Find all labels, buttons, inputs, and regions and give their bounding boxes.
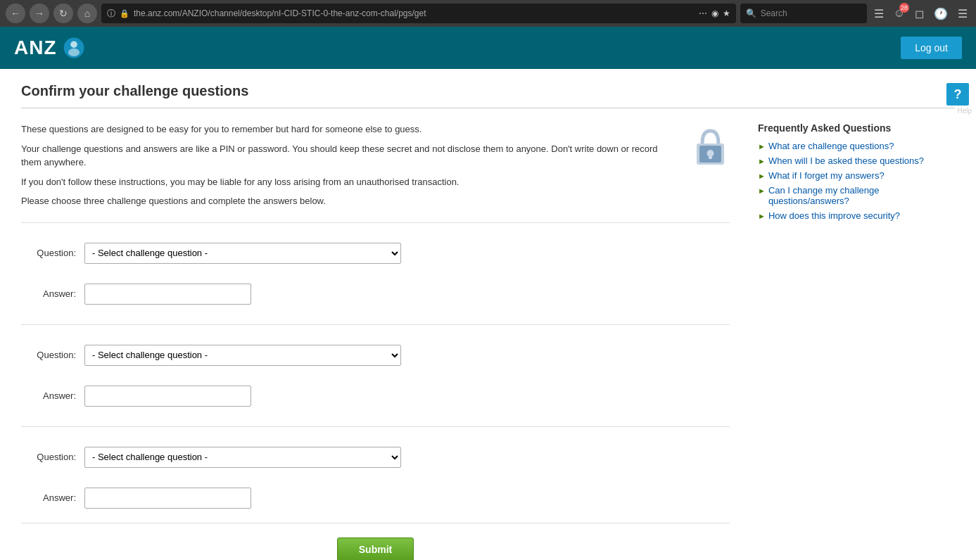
answer-label-1: Answer: xyxy=(21,288,84,299)
more-options-icon[interactable]: ⋯ xyxy=(699,8,707,18)
page-title: Confirm your challenge questions xyxy=(21,83,955,108)
svg-rect-6 xyxy=(709,153,712,159)
submit-button[interactable]: Submit xyxy=(337,537,414,561)
anz-header: ANZ Log out xyxy=(0,27,976,69)
intro-text-3: If you don't follow these instructions, … xyxy=(21,175,730,189)
content-area: These questions are designed to be easy … xyxy=(21,122,955,560)
intro-text-2: Your challenge questions and answers are… xyxy=(21,142,730,170)
submit-area: Submit xyxy=(21,523,730,561)
question-label-1: Question: xyxy=(21,248,84,258)
answer-input-1[interactable] xyxy=(84,284,251,305)
faq-link-2[interactable]: When will I be asked these questions? xyxy=(768,155,924,166)
faq-item-3: ► What if I forget my answers? xyxy=(758,170,955,181)
faq-arrow-icon-3: ► xyxy=(758,172,766,180)
faq-link-1[interactable]: What are challenge questions? xyxy=(768,141,894,151)
address-bar[interactable]: ⓘ 🔒 the.anz.com/ANZIO/channel/desktop/nI… xyxy=(101,4,736,23)
anz-logo-icon xyxy=(63,37,85,59)
faq-item-5: ► How does this improve security? xyxy=(758,210,955,221)
faq-item-4: ► Can I change my challenge questions/an… xyxy=(758,185,955,206)
browser-right-tools: 🔍 Search ☰ ☺ 28 ◻ 🕐 ☰ xyxy=(740,4,970,23)
question-group-1: Question: - Select challenge question - … xyxy=(21,237,730,310)
secure-icon: 🔒 xyxy=(120,9,129,18)
answer-input-2[interactable] xyxy=(84,386,251,407)
notification-badge: 28 xyxy=(899,3,909,13)
library-icon[interactable]: ☰ xyxy=(871,4,887,23)
reload-button[interactable]: ↻ xyxy=(53,4,73,23)
forward-button[interactable]: → xyxy=(30,4,49,23)
main-content: Confirm your challenge questions These q… xyxy=(0,69,976,560)
answer-label-3: Answer: xyxy=(21,492,84,503)
divider-3 xyxy=(21,426,730,427)
faq-arrow-icon-4: ► xyxy=(758,186,766,195)
faq-item-2: ► When will I be asked these questions? xyxy=(758,155,955,166)
faq-arrow-icon-5: ► xyxy=(758,212,766,220)
divider-1 xyxy=(21,222,730,223)
back-button[interactable]: ← xyxy=(6,4,25,23)
anz-logo: ANZ xyxy=(14,37,85,59)
bookmark-icon[interactable]: ★ xyxy=(723,8,730,18)
menu-icon[interactable]: ☰ xyxy=(955,4,970,23)
question-label-3: Question: xyxy=(21,452,84,462)
faq-item-1: ► What are challenge questions? xyxy=(758,141,955,151)
logout-button[interactable]: Log out xyxy=(901,37,962,59)
search-box[interactable]: 🔍 Search xyxy=(740,4,867,23)
left-panel: These questions are designed to be easy … xyxy=(21,122,730,560)
help-label: Help xyxy=(957,107,972,115)
security-icon-container xyxy=(691,122,730,174)
info-icon: ⓘ xyxy=(107,8,115,20)
intro-text-1: These questions are designed to be easy … xyxy=(21,122,730,136)
answer-row-2: Answer: xyxy=(21,380,730,412)
faq-link-5[interactable]: How does this improve security? xyxy=(768,210,900,221)
home-button[interactable]: ⌂ xyxy=(77,4,97,23)
question-row-1: Question: - Select challenge question - xyxy=(21,237,730,269)
answer-input-3[interactable] xyxy=(84,488,251,509)
search-placeholder: Search xyxy=(761,8,787,18)
faq-link-4[interactable]: Can I change my challenge questions/answ… xyxy=(768,185,955,206)
question-label-2: Question: xyxy=(21,350,84,360)
search-icon: 🔍 xyxy=(746,8,756,18)
help-button[interactable]: ? xyxy=(946,83,969,106)
question-select-1[interactable]: - Select challenge question - xyxy=(84,243,401,264)
faq-link-3[interactable]: What if I forget my answers? xyxy=(768,170,885,181)
faq-arrow-icon-2: ► xyxy=(758,157,766,165)
faq-arrow-icon-1: ► xyxy=(758,142,766,151)
question-select-3[interactable]: - Select challenge question - xyxy=(84,447,401,468)
browser-chrome: ← → ↻ ⌂ ⓘ 🔒 the.anz.com/ANZIO/channel/de… xyxy=(0,0,976,27)
question-group-2: Question: - Select challenge question - … xyxy=(21,339,730,412)
clock-icon[interactable]: 🕐 xyxy=(931,4,951,23)
svg-point-1 xyxy=(70,41,77,48)
question-group-3: Question: - Select challenge question - … xyxy=(21,441,730,514)
right-panel: Frequently Asked Questions ► What are ch… xyxy=(758,122,955,560)
pocket-icon[interactable]: ◉ xyxy=(711,8,718,18)
sync-icon[interactable]: ◻ xyxy=(912,4,927,23)
anz-logo-text: ANZ xyxy=(14,37,57,59)
notifications-icon[interactable]: ☺ 28 xyxy=(891,4,908,23)
answer-row-3: Answer: xyxy=(21,482,730,514)
question-row-2: Question: - Select challenge question - xyxy=(21,339,730,371)
question-select-2[interactable]: - Select challenge question - xyxy=(84,345,401,366)
lock-icon xyxy=(691,122,730,172)
faq-list: ► What are challenge questions? ► When w… xyxy=(758,141,955,221)
svg-point-2 xyxy=(68,49,80,56)
faq-title: Frequently Asked Questions xyxy=(758,122,955,134)
divider-2 xyxy=(21,324,730,325)
question-row-3: Question: - Select challenge question - xyxy=(21,441,730,473)
url-text: the.anz.com/ANZIO/channel/desktop/nI-CID… xyxy=(134,8,695,18)
answer-label-2: Answer: xyxy=(21,390,84,401)
answer-row-1: Answer: xyxy=(21,278,730,310)
help-question-icon: ? xyxy=(954,87,962,102)
intro-text-4: Please choose three challenge questions … xyxy=(21,194,730,208)
